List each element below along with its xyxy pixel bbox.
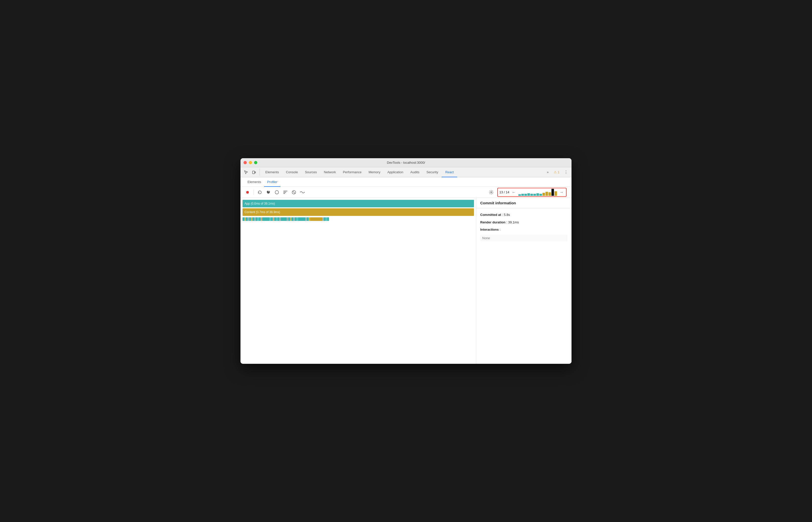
- traffic-lights: [243, 161, 257, 164]
- render-duration-label: Render duration: [480, 220, 505, 224]
- tab-console[interactable]: Console: [282, 167, 301, 177]
- commit-bar-5[interactable]: [533, 194, 536, 196]
- more-options-button[interactable]: ⋮: [562, 169, 570, 176]
- commit-navigator: 13 / 14 ← →: [497, 188, 567, 197]
- tab-network[interactable]: Network: [320, 167, 339, 177]
- minimize-button[interactable]: [249, 161, 252, 164]
- commit-bar-0[interactable]: [518, 194, 521, 196]
- profiler-controls: ⏺: [243, 188, 306, 196]
- mini-block-10: [259, 217, 261, 221]
- mini-block-23: [291, 217, 291, 221]
- mini-block-33: [323, 217, 323, 221]
- flame-row-content[interactable]: Content (0.7ms of 38.9ms): [242, 208, 474, 216]
- commit-bars[interactable]: [518, 189, 557, 196]
- tab-audits[interactable]: Audits: [407, 167, 423, 177]
- commit-bar-7[interactable]: [539, 194, 542, 196]
- mini-block-6: [252, 217, 254, 221]
- mini-block-17: [276, 217, 277, 221]
- mini-block-13: [270, 217, 271, 221]
- tab-memory[interactable]: Memory: [365, 167, 384, 177]
- mini-block-32: [310, 217, 322, 221]
- svg-point-2: [275, 190, 279, 194]
- next-commit-button[interactable]: →: [558, 189, 565, 195]
- committed-at-label: Committed at: [480, 213, 501, 217]
- flame-rows: App (0.0ms of 39.1ms) Content (0.7ms of …: [240, 198, 476, 221]
- tab-elements[interactable]: Elements: [262, 167, 282, 177]
- device-icon[interactable]: [251, 169, 258, 176]
- render-duration-value: 39.1ms: [508, 220, 519, 224]
- mini-block-36: [327, 217, 329, 221]
- mini-block-31: [309, 217, 310, 221]
- commit-bar-8[interactable]: [542, 193, 545, 196]
- mini-block-0: [242, 217, 244, 221]
- flame-row-app[interactable]: App (0.0ms of 39.1ms): [242, 200, 474, 207]
- tab-performance[interactable]: Performance: [339, 167, 365, 177]
- sub-tab-bar: Elements Profiler: [240, 177, 572, 187]
- flame-row-mini: [242, 217, 474, 221]
- mini-block-12: [262, 217, 270, 221]
- mini-block-2: [246, 217, 248, 221]
- mini-block-24: [291, 217, 293, 221]
- commit-bar-1[interactable]: [521, 194, 524, 196]
- mini-block-26: [295, 217, 297, 221]
- devtools-tab-bar: Elements Console Sources Network Perform…: [240, 167, 572, 177]
- inspect-icon[interactable]: [242, 169, 250, 176]
- svg-rect-4: [283, 192, 286, 193]
- sub-tab-profiler[interactable]: Profiler: [264, 177, 280, 187]
- flame-button[interactable]: [264, 188, 272, 196]
- ranked-button[interactable]: [281, 188, 290, 196]
- tab-more-section: » ⚠ 1 ⋮: [545, 167, 570, 177]
- profiler-toolbar: ⏺: [240, 187, 572, 198]
- render-duration-row: Render duration : 39.1ms: [480, 220, 568, 225]
- maximize-button[interactable]: [254, 161, 257, 164]
- flamechart-area: App (0.0ms of 39.1ms) Content (0.7ms of …: [240, 198, 476, 364]
- mini-block-19: [280, 217, 280, 221]
- mini-block-4: [249, 217, 251, 221]
- close-button[interactable]: [243, 161, 247, 164]
- interactions-label: Interactions: [480, 228, 499, 232]
- right-panel: Commit information Committed at : 5.8s R…: [476, 198, 572, 364]
- mini-block-29: [306, 217, 306, 221]
- svg-rect-5: [283, 193, 285, 194]
- mini-block-9: [258, 217, 259, 221]
- mini-block-28: [298, 217, 305, 221]
- main-area: App (0.0ms of 39.1ms) Content (0.7ms of …: [240, 198, 572, 364]
- mini-block-18: [277, 217, 279, 221]
- mini-block-30: [307, 217, 309, 221]
- interactions-row: Interactions :: [480, 227, 568, 232]
- exclude-button[interactable]: [290, 188, 298, 196]
- commit-bar-6[interactable]: [536, 193, 539, 196]
- commit-bar-12[interactable]: [554, 191, 557, 196]
- mini-block-1: [245, 217, 245, 221]
- commit-bar-3[interactable]: [527, 193, 530, 196]
- mini-block-7: [255, 217, 255, 221]
- tab-react[interactable]: React: [442, 167, 457, 177]
- commit-info-body: Committed at : 5.8s Render duration : 39…: [476, 208, 572, 245]
- prev-commit-button[interactable]: ←: [511, 189, 517, 195]
- record-button[interactable]: ⏺: [243, 188, 252, 196]
- commit-bar-4[interactable]: [530, 194, 533, 196]
- divider-1: [254, 190, 254, 195]
- mini-block-16: [274, 217, 276, 221]
- commit-bar-10[interactable]: [549, 192, 551, 196]
- committed-at-value: 5.8s: [504, 213, 510, 217]
- reload-record-button[interactable]: [256, 188, 264, 196]
- mini-block-14: [271, 217, 273, 221]
- tab-security[interactable]: Security: [423, 167, 442, 177]
- tab-overflow-button[interactable]: »: [545, 167, 551, 177]
- commit-bar-9[interactable]: [546, 192, 548, 196]
- interactions-none: None: [480, 235, 568, 241]
- mini-block-34: [324, 217, 326, 221]
- tab-warning-button[interactable]: ⚠ 1: [552, 170, 561, 174]
- commit-bar-2[interactable]: [524, 194, 527, 196]
- tab-sources[interactable]: Sources: [301, 167, 320, 177]
- settings-button[interactable]: [487, 188, 495, 196]
- timeline-button[interactable]: [298, 188, 306, 196]
- svg-line-7: [293, 191, 295, 194]
- sub-tab-elements[interactable]: Elements: [244, 177, 264, 187]
- commit-bar-11[interactable]: [551, 189, 554, 196]
- mini-block-35: [326, 217, 327, 221]
- mini-block-3: [248, 217, 249, 221]
- clear-button[interactable]: [273, 188, 281, 196]
- tab-application[interactable]: Application: [384, 167, 407, 177]
